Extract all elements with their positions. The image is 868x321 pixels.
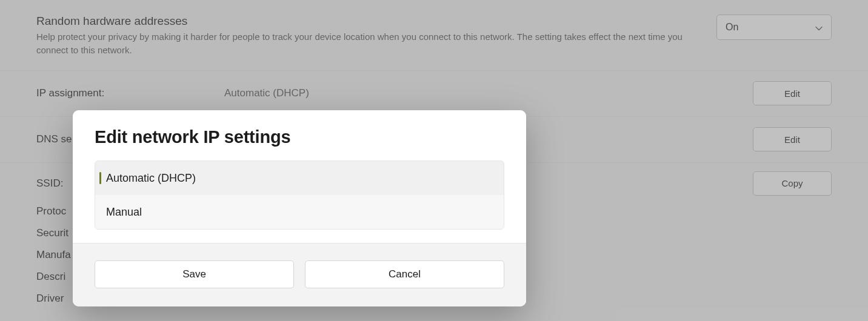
option-automatic-label: Automatic (DHCP) [106, 172, 196, 185]
option-automatic-dhcp[interactable]: Automatic (DHCP) [95, 161, 504, 195]
edit-ip-dialog: Edit network IP settings Automatic (DHCP… [73, 110, 526, 306]
save-button[interactable]: Save [95, 260, 294, 288]
option-manual-label: Manual [106, 206, 142, 219]
option-manual[interactable]: Manual [95, 195, 504, 229]
ip-mode-option-list: Automatic (DHCP) Manual [95, 160, 504, 230]
cancel-button[interactable]: Cancel [305, 260, 504, 288]
dialog-title: Edit network IP settings [95, 127, 504, 147]
